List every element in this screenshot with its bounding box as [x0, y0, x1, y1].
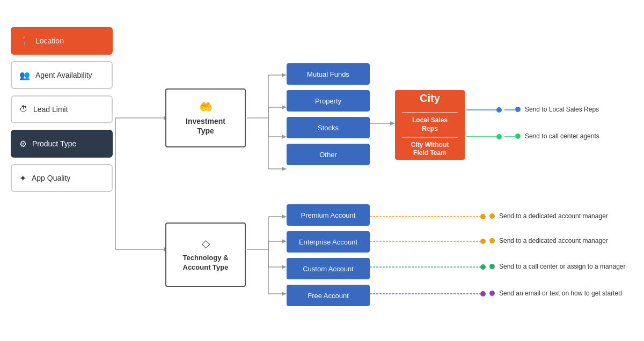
technology-icon: ◇: [202, 237, 210, 250]
svg-point-45: [480, 264, 486, 270]
stocks-label: Stocks: [318, 124, 339, 132]
outcome-call-center-label: Send to call center agents: [525, 132, 599, 140]
svg-marker-15: [282, 135, 287, 139]
premium-account-button[interactable]: Premium Account: [287, 204, 370, 226]
sidebar-item-lead-label: Lead Limit: [33, 105, 68, 114]
city-divider2: [402, 137, 458, 138]
custom-account-label: Custom Account: [303, 265, 354, 273]
custom-account-button[interactable]: Custom Account: [287, 258, 370, 279]
svg-point-22: [496, 107, 502, 113]
svg-marker-30: [282, 214, 287, 219]
svg-point-41: [480, 214, 486, 219]
svg-marker-36: [282, 265, 287, 269]
sidebar-item-location-label: Location: [35, 36, 64, 45]
svg-point-47: [480, 291, 486, 296]
enterprise-account-button[interactable]: Enterprise Account: [287, 231, 370, 253]
outcome-free-label: Send an email or text on how to get star…: [499, 290, 622, 297]
property-button[interactable]: Property: [287, 90, 370, 112]
svg-marker-18: [282, 167, 287, 171]
svg-point-43: [480, 239, 486, 244]
outcome-custom-label: Send to a call center or assign to a man…: [499, 263, 625, 270]
investment-buttons: Mutual Funds Property Stocks Other: [287, 63, 370, 165]
other-button[interactable]: Other: [287, 144, 370, 165]
sidebar-item-app-label: App Quality: [32, 174, 70, 182]
svg-marker-39: [282, 292, 287, 296]
investment-icon: 🤲: [199, 100, 213, 113]
investment-type-box: 🤲 InvestmentType: [165, 88, 246, 147]
sidebar-item-location[interactable]: 📍 Location: [11, 27, 113, 55]
sidebar-item-product-type[interactable]: ⚙ Product Type: [11, 130, 113, 158]
outcome-premium: Send to a dedicated account manager: [489, 212, 608, 220]
lead-icon: ⏱: [19, 105, 28, 114]
city-box: City Local SalesReps City WithoutField T…: [395, 90, 465, 160]
outcome-premium-label: Send to a dedicated account manager: [499, 212, 608, 220]
city-label: City: [420, 92, 440, 105]
enterprise-account-label: Enterprise Account: [299, 238, 357, 246]
outcome-enterprise-label: Send to a dedicated account manager: [499, 237, 608, 244]
other-label: Other: [319, 151, 337, 159]
premium-account-label: Premium Account: [301, 211, 356, 219]
mutual-funds-button[interactable]: Mutual Funds: [287, 63, 370, 85]
sidebar-item-product-label: Product Type: [32, 139, 76, 148]
technology-label: Technology &Account Type: [183, 253, 229, 272]
location-icon: 📍: [19, 36, 30, 46]
technology-account-box: ◇ Technology &Account Type: [165, 223, 246, 287]
dot-call-center: [515, 134, 521, 139]
svg-marker-20: [390, 121, 395, 125]
sidebar: 📍 Location 👥 Agent Availability ⏱ Lead L…: [11, 27, 113, 192]
agent-icon: 👥: [19, 70, 30, 80]
sidebar-item-lead-limit[interactable]: ⏱ Lead Limit: [11, 95, 113, 123]
city-divider: [402, 112, 458, 113]
technology-buttons: Premium Account Enterprise Account Custo…: [287, 204, 370, 306]
outcome-call-center: Send to call center agents: [515, 132, 599, 140]
app-icon: ✦: [19, 173, 26, 183]
dot-premium: [489, 213, 495, 219]
sidebar-item-agent-label: Agent Availability: [35, 71, 92, 79]
dot-free: [489, 291, 495, 296]
dot-custom: [489, 264, 495, 269]
city-without-field: City WithoutField Team: [411, 141, 449, 158]
svg-marker-12: [282, 105, 287, 109]
svg-marker-9: [282, 73, 287, 77]
city-local-sales: Local SalesReps: [412, 116, 448, 133]
product-icon: ⚙: [19, 139, 27, 149]
stocks-button[interactable]: Stocks: [287, 117, 370, 138]
outcome-local-sales-label: Send to Local Sales Reps: [525, 106, 599, 113]
outcome-custom: Send to a call center or assign to a man…: [489, 263, 625, 270]
outcome-free: Send an email or text on how to get star…: [489, 290, 622, 297]
svg-point-25: [496, 134, 502, 139]
sidebar-item-app-quality[interactable]: ✦ App Quality: [11, 164, 113, 192]
sidebar-item-agent-availability[interactable]: 👥 Agent Availability: [11, 61, 113, 89]
outcome-enterprise: Send to a dedicated account manager: [489, 237, 608, 244]
dot-enterprise: [489, 238, 495, 243]
dot-local-sales: [515, 107, 521, 112]
investment-type-label: InvestmentType: [186, 116, 225, 136]
mutual-funds-label: Mutual Funds: [307, 70, 349, 78]
svg-marker-33: [282, 239, 287, 243]
diagram-container: 📍 Location 👥 Agent Availability ⏱ Lead L…: [0, 0, 644, 341]
free-account-button[interactable]: Free Account: [287, 285, 370, 306]
free-account-label: Free Account: [308, 292, 349, 300]
property-label: Property: [315, 97, 341, 105]
outcome-local-sales: Send to Local Sales Reps: [515, 106, 599, 113]
